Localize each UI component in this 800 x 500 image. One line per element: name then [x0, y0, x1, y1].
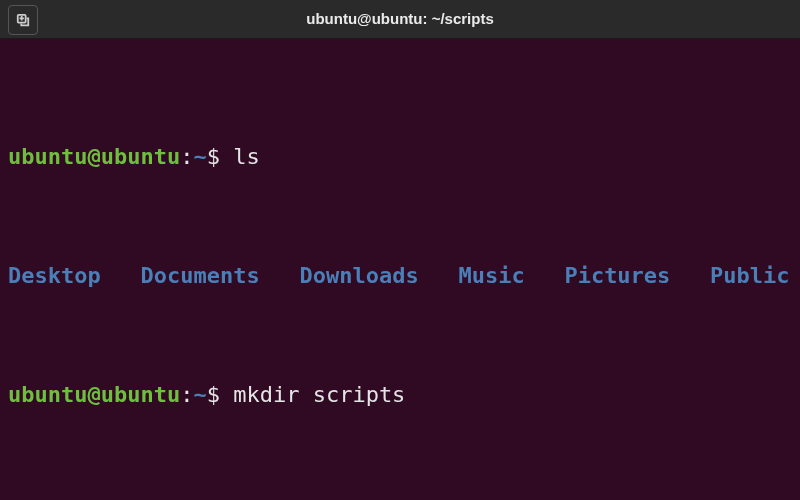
new-tab-button[interactable]: [8, 5, 38, 35]
prompt-dollar: $: [207, 382, 220, 407]
dir-downloads: Downloads: [299, 263, 418, 288]
new-tab-icon: [16, 13, 30, 27]
prompt-dollar: $: [207, 144, 220, 169]
terminal-line: ubuntu@ubuntu:~$ mkdir scripts: [8, 380, 792, 410]
cmd-text: ls: [220, 144, 260, 169]
prompt-path: ~: [193, 382, 206, 407]
cmd-text: mkdir scripts: [220, 382, 405, 407]
dir-public: Public: [710, 263, 789, 288]
terminal-line: ubuntu@ubuntu:~$ ls: [8, 142, 792, 172]
dir-pictures: Pictures: [564, 263, 670, 288]
prompt-user: ubuntu@ubuntu: [8, 382, 180, 407]
dir-documents: Documents: [140, 263, 259, 288]
prompt-sep: :: [180, 144, 193, 169]
dir-music: Music: [458, 263, 524, 288]
dir-desktop: Desktop: [8, 263, 101, 288]
prompt-user: ubuntu@ubuntu: [8, 144, 180, 169]
ls-output: Desktop Documents Downloads Music Pictur…: [8, 261, 792, 291]
prompt-sep: :: [180, 382, 193, 407]
prompt-path: ~: [193, 144, 206, 169]
window-titlebar: ubuntu@ubuntu: ~/scripts: [0, 0, 800, 39]
window-title: ubuntu@ubuntu: ~/scripts: [306, 9, 494, 29]
terminal-body[interactable]: ubuntu@ubuntu:~$ ls Desktop Documents Do…: [0, 39, 800, 500]
